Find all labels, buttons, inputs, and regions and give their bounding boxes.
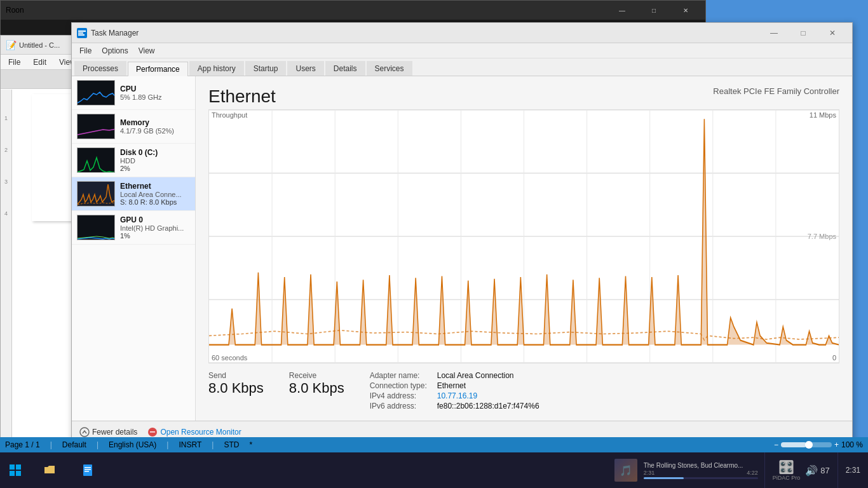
sidebar-item-memory[interactable]: Memory 4.1/7.9 GB (52%) <box>72 110 195 144</box>
ethernet-connection: Local Area Conne... <box>120 191 190 198</box>
cpu-label: CPU <box>120 85 190 93</box>
svg-point-23 <box>80 428 89 437</box>
modified-indicator: * <box>249 440 252 449</box>
roon-title: Roon <box>6 6 24 15</box>
tab-services[interactable]: Services <box>367 61 412 76</box>
tm-options-menu[interactable]: Options <box>97 45 133 57</box>
svg-rect-31 <box>85 467 91 468</box>
insert-mode: INSRT <box>179 440 201 449</box>
tm-view-menu[interactable]: View <box>133 45 160 57</box>
chart-label-zero: 0 <box>832 354 836 362</box>
adapter-name-value: Local Area Connection <box>437 371 539 380</box>
chevron-up-icon <box>79 427 90 437</box>
gpu-thumbnail <box>77 215 115 240</box>
send-label: Send <box>208 371 264 380</box>
ethernet-label: Ethernet <box>120 182 190 191</box>
music-total: 4:22 <box>747 470 758 476</box>
tm-close-button[interactable]: ✕ <box>818 23 847 43</box>
untitled-edit-menu[interactable]: Edit <box>28 57 51 68</box>
clock-time: 2:31 <box>846 466 860 475</box>
disk-thumbnail <box>77 147 115 173</box>
language-info: English (USA) <box>109 440 156 449</box>
connection-type-value: Ethernet <box>437 381 539 390</box>
sidebar-item-cpu[interactable]: CPU 5% 1.89 GHz <box>72 76 195 110</box>
ipv4-label: IPv4 address: <box>370 391 427 400</box>
ruler-left: 1 2 3 4 <box>1 90 12 441</box>
music-info: The Rolling Stones, Bud Clearmo... 2:31 … <box>644 462 758 479</box>
zoom-in-icon[interactable]: + <box>834 440 839 449</box>
tab-app-history[interactable]: App history <box>189 61 244 76</box>
open-resource-monitor-button[interactable]: Open Resource Monitor <box>147 427 241 437</box>
tab-users[interactable]: Users <box>287 61 323 76</box>
status-bar: Page 1 / 1 | Default | English (USA) | I… <box>0 437 868 452</box>
receive-block: Receive 8.0 Kbps <box>289 371 344 396</box>
svg-rect-29 <box>16 471 21 476</box>
tab-startup[interactable]: Startup <box>245 61 287 76</box>
svg-rect-27 <box>16 464 21 470</box>
chart-label-mid: 7.7 Mbps <box>808 233 836 240</box>
dac-section: 🎛️ PiDAC Pro <box>773 459 801 481</box>
memory-thumbnail <box>77 114 115 139</box>
roon-minimize-button[interactable]: — <box>607 1 637 20</box>
fewer-details-button[interactable]: Fewer details <box>79 427 137 437</box>
clock-section: 2:31 <box>837 452 868 488</box>
adapter-name-label: Adapter name: <box>370 371 427 380</box>
music-progress-fill <box>644 477 684 479</box>
untitled-file-menu[interactable]: File <box>3 57 25 68</box>
roon-window-controls: — □ ✕ <box>607 1 700 20</box>
page-info: Page 1 / 1 <box>5 440 40 449</box>
ethernet-thumbnail <box>77 181 115 207</box>
zoom-thumb[interactable] <box>805 441 813 449</box>
panel-title: Ethernet <box>208 86 276 107</box>
send-block: Send 8.0 Kbps <box>208 371 264 396</box>
disk-label: Disk 0 (C:) <box>120 148 190 157</box>
zoom-out-icon[interactable]: − <box>774 440 778 449</box>
zoom-percent: 100 % <box>841 440 863 449</box>
sidebar-item-disk[interactable]: Disk 0 (C:) HDD 2% <box>72 144 195 177</box>
gpu-percent: 1% <box>120 232 190 240</box>
tab-performance[interactable]: Performance <box>128 62 188 76</box>
cpu-thumbnail <box>77 80 115 105</box>
disk-type: HDD <box>120 157 190 165</box>
memory-stats: 4.1/7.9 GB (52%) <box>120 127 190 135</box>
volume-value: 87 <box>820 466 829 475</box>
tm-maximize-button[interactable]: □ <box>789 23 818 43</box>
taskbar-item-writer[interactable] <box>69 452 107 488</box>
writer-icon <box>81 464 94 477</box>
std-mode: STD <box>224 440 239 449</box>
tm-titlebar: Task Manager — □ ✕ <box>72 23 852 43</box>
tab-processes[interactable]: Processes <box>74 61 126 76</box>
cpu-stats: 5% 1.89 GHz <box>120 93 190 101</box>
disk-percent: 2% <box>120 165 190 172</box>
svg-rect-26 <box>10 464 15 470</box>
tm-sidebar: CPU 5% 1.89 GHz Memory 4.1/7.9 GB ( <box>72 76 196 421</box>
roon-close-button[interactable]: ✕ <box>671 1 700 20</box>
tab-details[interactable]: Details <box>325 61 365 76</box>
ipv4-value: 10.77.16.19 <box>437 391 539 400</box>
untitled-title: Untitled - C... <box>19 41 60 49</box>
taskbar-item-explorer[interactable] <box>31 452 69 488</box>
svg-rect-30 <box>83 464 92 476</box>
svg-rect-33 <box>85 471 89 472</box>
sidebar-item-gpu[interactable]: GPU 0 Intel(R) HD Graphi... 1% <box>72 211 195 245</box>
music-player: 🎵 The Rolling Stones, Bud Clearmo... 2:3… <box>608 452 764 488</box>
volume-dac-section: 🎛️ PiDAC Pro 🔊 87 <box>764 452 837 488</box>
zoom-controls[interactable]: − + 100 % <box>774 440 863 449</box>
music-progress-bg[interactable] <box>644 477 758 479</box>
sidebar-item-ethernet[interactable]: Ethernet Local Area Conne... S: 8.0 R: 8… <box>72 177 195 211</box>
svg-rect-6 <box>78 148 115 173</box>
fewer-details-label: Fewer details <box>92 428 137 437</box>
tm-icon <box>77 28 87 38</box>
folder-icon <box>43 464 56 477</box>
taskbar-items <box>31 452 608 488</box>
volume-control: 🔊 87 <box>805 464 829 477</box>
zoom-slider[interactable] <box>781 442 832 447</box>
tm-minimize-button[interactable]: — <box>759 23 789 43</box>
ethernet-chart-svg <box>209 110 839 363</box>
svg-rect-25 <box>150 431 155 433</box>
windows-logo-icon <box>9 464 22 477</box>
roon-maximize-button[interactable]: □ <box>639 1 668 20</box>
tm-file-menu[interactable]: File <box>74 45 97 57</box>
svg-rect-4 <box>78 81 115 105</box>
start-button[interactable] <box>0 452 31 488</box>
